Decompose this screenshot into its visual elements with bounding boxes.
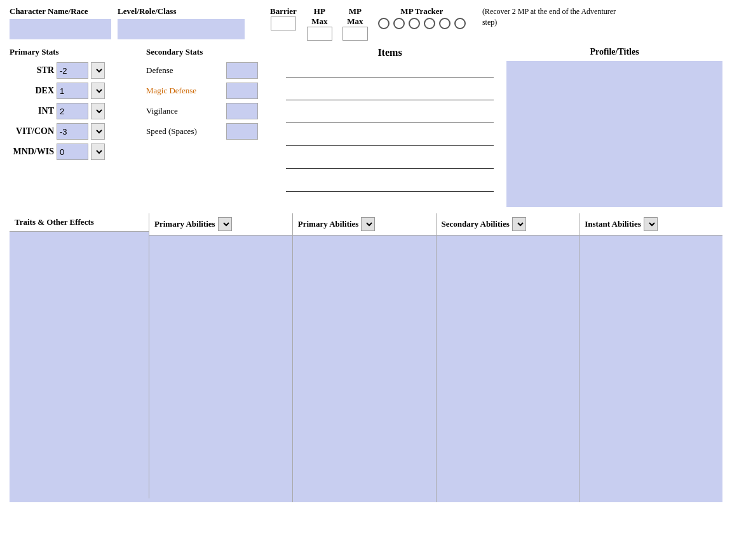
sec-stat-row-vigilance: Vigilance [146,103,273,119]
abilities-body-3[interactable] [437,236,580,502]
abilities-header-2: Primary Abilities ▼ [293,213,436,236]
items-title: Items [286,47,494,58]
abilities-label-1: Primary Abilities [154,219,215,229]
int-dropdown[interactable]: ▼ [91,103,105,119]
primary-stats-panel: Primary Stats STR ▼ DEX ▼ INT ▼ VIT/CON … [10,47,140,207]
mndwis-input[interactable] [57,143,88,160]
int-input[interactable] [57,103,88,119]
profile-section: Profile/Titles [506,47,722,207]
abilities-col-4: Instant Abilities ▼ [580,213,722,502]
traits-label: Traits & Other Effects [15,217,94,227]
sec-stat-row-magdef: Magic Defense [146,83,273,99]
vitcon-dropdown[interactable]: ▼ [91,123,105,140]
recover-note: (Recover 2 MP at the end of the Adventur… [482,6,622,28]
middle-section: Primary Stats STR ▼ DEX ▼ INT ▼ VIT/CON … [10,47,722,207]
stat-row-mndwis: MND/WIS ▼ [10,143,140,160]
profile-box[interactable] [506,61,722,207]
level-block: Level/Role/Class [118,6,245,39]
page: Character Name/Race Level/Role/Class Bar… [0,0,732,560]
vitcon-label: VIT/CON [10,126,54,137]
defense-label: Defense [146,65,222,76]
primary-stats-title: Primary Stats [10,47,140,57]
mp-circle-6[interactable] [454,18,466,29]
level-input[interactable] [118,19,245,39]
mp-max-input[interactable] [342,27,368,41]
mndwis-label: MND/WIS [10,147,54,157]
abilities-header-3: Secondary Abilities ▼ [437,213,580,236]
mp-tracker-label: MP Tracker [400,6,443,17]
hp-max-input[interactable] [307,27,332,41]
str-input[interactable] [57,62,88,79]
hp-max-col: HP Max [307,6,332,41]
abilities-col-2: Primary Abilities ▼ [293,213,437,502]
str-label: STR [10,65,54,76]
sec-stat-row-defense: Defense [146,62,273,79]
int-label: INT [10,106,54,116]
abilities-label-2: Primary Abilities [298,219,359,229]
abilities-body-1[interactable] [149,236,292,502]
traits-body[interactable] [10,232,149,498]
tracker-container: Barrier HP Max MP Max MP Tracker [270,6,622,41]
barrier-label: Barrier [270,6,297,17]
abilities-label-3: Secondary Abilities [442,219,510,229]
item-line-2 [286,88,494,100]
barrier-input[interactable] [271,17,296,30]
mndwis-dropdown[interactable]: ▼ [91,143,105,160]
level-label: Level/Role/Class [118,6,176,17]
mp-circle-2[interactable] [393,18,405,29]
item-line-6 [286,179,494,192]
item-line-1 [286,65,494,77]
bottom-section: Traits & Other Effects Primary Abilities… [10,213,722,502]
stat-row-int: INT ▼ [10,103,140,119]
speed-label: Speed (Spaces) [146,126,222,137]
sec-stat-row-speed: Speed (Spaces) [146,123,273,140]
item-line-5 [286,156,494,169]
top-section: Character Name/Race Level/Role/Class Bar… [10,6,722,41]
item-line-3 [286,110,494,123]
secondary-abilities-dropdown[interactable]: ▼ [512,217,526,231]
mp-circle-1[interactable] [378,18,390,29]
primary-abilities-2-dropdown[interactable]: ▼ [361,217,375,231]
abilities-col-3: Secondary Abilities ▼ [437,213,580,502]
stat-row-str: STR ▼ [10,62,140,79]
abilities-body-2[interactable] [293,236,436,502]
items-section: Items [286,47,494,207]
stat-row-dex: DEX ▼ [10,83,140,99]
traits-header: Traits & Other Effects [10,213,149,232]
profile-title: Profile/Titles [506,47,722,57]
secondary-stats-title: Secondary Stats [146,47,273,57]
magic-defense-input[interactable] [226,83,258,99]
mp-tracker-col: MP Tracker [378,6,466,29]
char-name-label: Character Name/Race [10,6,88,17]
abilities-col-1: Primary Abilities ▼ [149,213,293,502]
dex-input[interactable] [57,83,88,99]
abilities-label-4: Instant Abilities [585,219,641,229]
abilities-header-1: Primary Abilities ▼ [149,213,292,236]
char-name-input[interactable] [10,19,111,39]
speed-input[interactable] [226,123,258,140]
vitcon-input[interactable] [57,123,88,140]
magic-defense-label: Magic Defense [146,86,222,96]
str-dropdown[interactable]: ▼ [91,62,105,79]
secondary-stats-panel: Secondary Stats Defense Magic Defense Vi… [146,47,273,207]
dex-label: DEX [10,86,54,96]
mp-circle-3[interactable] [409,18,420,29]
mp-circles [378,18,466,29]
vigilance-label: Vigilance [146,106,222,116]
mp-max-col: MP Max [342,6,368,41]
barrier-col: Barrier [270,6,297,30]
defense-input[interactable] [226,62,258,79]
traits-col: Traits & Other Effects [10,213,149,502]
instant-abilities-dropdown[interactable]: ▼ [644,217,658,231]
stat-row-vitcon: VIT/CON ▼ [10,123,140,140]
mp-max-label: MP Max [347,6,363,27]
dex-dropdown[interactable]: ▼ [91,83,105,99]
vigilance-input[interactable] [226,103,258,119]
primary-abilities-1-dropdown[interactable]: ▼ [218,217,232,231]
mp-circle-5[interactable] [439,18,451,29]
abilities-body-4[interactable] [580,236,722,502]
hp-max-label: HP Max [311,6,327,27]
mp-circle-4[interactable] [424,18,435,29]
char-name-block: Character Name/Race [10,6,111,39]
abilities-header-4: Instant Abilities ▼ [580,213,722,236]
